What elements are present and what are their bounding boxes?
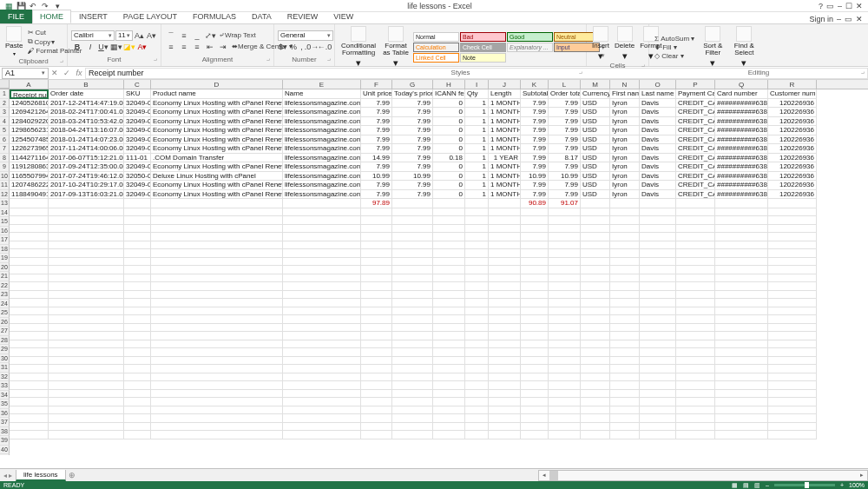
- align-left-icon[interactable]: ≡: [165, 42, 177, 51]
- cell[interactable]: 7.99: [392, 99, 433, 109]
- cell[interactable]: [581, 406, 610, 415]
- col-header-N[interactable]: N: [610, 80, 640, 89]
- cell[interactable]: [392, 299, 433, 307]
- cell[interactable]: [151, 324, 283, 333]
- cell[interactable]: 7.99: [521, 144, 549, 154]
- cell[interactable]: [715, 315, 768, 324]
- col-header-J[interactable]: J: [489, 80, 521, 89]
- cell[interactable]: [10, 365, 49, 373]
- cell[interactable]: 0: [433, 181, 465, 190]
- cell[interactable]: [465, 381, 489, 390]
- cell[interactable]: CREDIT_CARD: [676, 162, 715, 172]
- align-top-icon[interactable]: ¯: [165, 30, 177, 40]
- cell[interactable]: [521, 381, 549, 390]
- cell[interactable]: [581, 249, 610, 258]
- row-header-14[interactable]: 14: [0, 208, 10, 218]
- cell[interactable]: [465, 274, 489, 283]
- cell[interactable]: [465, 348, 489, 357]
- cell[interactable]: [283, 216, 361, 225]
- cell[interactable]: [433, 315, 465, 324]
- find-select-button[interactable]: Find & Select▾: [729, 26, 759, 69]
- cell[interactable]: [768, 274, 817, 283]
- cell[interactable]: 32049-01: [124, 144, 151, 154]
- row-header-20[interactable]: 20: [0, 263, 10, 273]
- align-center-icon[interactable]: ≡: [178, 42, 190, 51]
- cell[interactable]: [465, 291, 489, 300]
- cell[interactable]: [715, 291, 768, 300]
- cell[interactable]: Davis: [640, 135, 676, 145]
- cell[interactable]: [521, 315, 549, 324]
- cell[interactable]: 7.99: [392, 190, 433, 200]
- cell[interactable]: 120226936: [768, 108, 817, 117]
- cell[interactable]: [361, 414, 392, 423]
- cell[interactable]: ##########6384: [715, 181, 768, 190]
- cell[interactable]: [151, 398, 283, 406]
- cell[interactable]: [489, 208, 521, 217]
- cell[interactable]: [10, 381, 49, 390]
- cell[interactable]: [521, 431, 549, 439]
- cell[interactable]: [49, 381, 124, 390]
- bold-icon[interactable]: B: [71, 43, 83, 52]
- cell[interactable]: [549, 307, 581, 316]
- cell[interactable]: [465, 258, 489, 267]
- cell[interactable]: Davis: [640, 162, 676, 172]
- cell[interactable]: [49, 291, 124, 300]
- cell[interactable]: [768, 307, 817, 316]
- cell[interactable]: [361, 398, 392, 406]
- cell[interactable]: [49, 414, 124, 423]
- tab-insert[interactable]: INSERT: [71, 10, 115, 23]
- cell[interactable]: 2018-01-24T14:07:23.000Z: [49, 135, 124, 145]
- cell[interactable]: [521, 348, 549, 357]
- cell[interactable]: [581, 398, 610, 406]
- cell[interactable]: lifelessonsmagazine.com: [283, 135, 361, 145]
- cell[interactable]: Iyron: [610, 154, 640, 163]
- cell[interactable]: CREDIT_CARD: [676, 117, 715, 127]
- cell[interactable]: [465, 282, 489, 291]
- cell[interactable]: [392, 398, 433, 406]
- cell[interactable]: [392, 315, 433, 324]
- cell[interactable]: [521, 208, 549, 217]
- cell[interactable]: [433, 282, 465, 291]
- row-header-33[interactable]: 33: [0, 381, 10, 391]
- cell[interactable]: [433, 266, 465, 274]
- cell[interactable]: [581, 414, 610, 423]
- cell[interactable]: [715, 332, 768, 340]
- col-header-P[interactable]: P: [676, 80, 715, 89]
- cell[interactable]: [610, 390, 640, 399]
- cell[interactable]: [465, 266, 489, 274]
- cell[interactable]: [361, 241, 392, 250]
- cell[interactable]: Davis: [640, 154, 676, 163]
- cell[interactable]: 1: [465, 117, 489, 127]
- increase-font-icon[interactable]: A▴: [134, 30, 145, 40]
- cell[interactable]: [676, 249, 715, 258]
- cell[interactable]: [465, 233, 489, 241]
- cell[interactable]: [392, 233, 433, 241]
- tab-formulas[interactable]: FORMULAS: [185, 10, 244, 23]
- cell[interactable]: [361, 373, 392, 382]
- cell[interactable]: [124, 299, 151, 307]
- cell[interactable]: 10.99: [392, 172, 433, 182]
- cell[interactable]: [549, 249, 581, 258]
- cell[interactable]: [549, 414, 581, 423]
- cell[interactable]: [676, 373, 715, 382]
- cell[interactable]: 0: [433, 162, 465, 172]
- cell[interactable]: [49, 423, 124, 432]
- cell[interactable]: [610, 414, 640, 423]
- cell[interactable]: [549, 274, 581, 283]
- cell[interactable]: 0: [433, 108, 465, 117]
- cell[interactable]: [433, 225, 465, 234]
- cell[interactable]: 7.99: [549, 126, 581, 135]
- cell[interactable]: [283, 199, 361, 208]
- cell[interactable]: [361, 332, 392, 340]
- cell[interactable]: Iyron: [610, 162, 640, 172]
- col-header-K[interactable]: K: [521, 80, 549, 89]
- cell[interactable]: [433, 431, 465, 439]
- cell[interactable]: 7.99: [361, 126, 392, 135]
- cell[interactable]: [361, 381, 392, 390]
- cell[interactable]: [676, 414, 715, 423]
- cell[interactable]: [151, 390, 283, 399]
- cell[interactable]: Iyron: [610, 135, 640, 145]
- cell[interactable]: 1144271164: [10, 154, 49, 163]
- cell[interactable]: 32049-01: [124, 117, 151, 127]
- currency-icon[interactable]: $▾: [278, 43, 288, 52]
